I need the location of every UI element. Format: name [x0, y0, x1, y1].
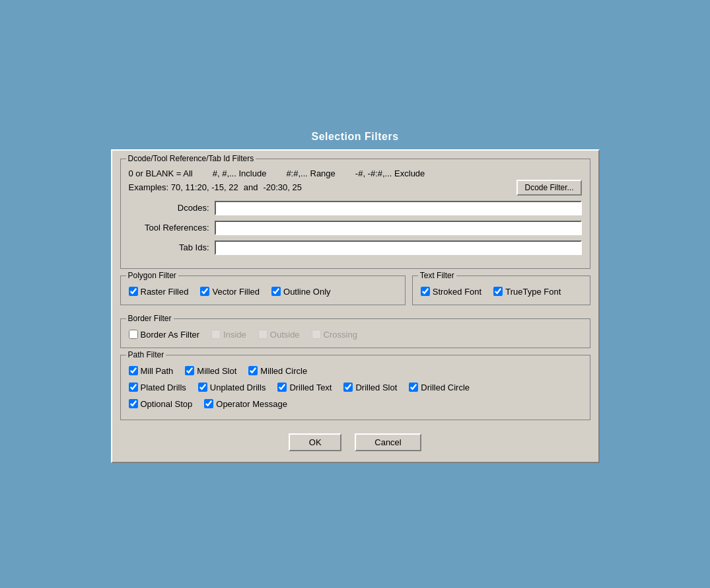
outside-label: Outside: [270, 330, 300, 340]
drilled-slot-checkbox[interactable]: [343, 383, 353, 392]
inside-checkbox: [211, 330, 221, 339]
cancel-button[interactable]: Cancel: [355, 433, 421, 451]
milled-circle-checkbox[interactable]: [248, 366, 258, 375]
tool-ref-row: Tool References:: [129, 221, 582, 235]
dialog: Selection Filters Dcode/Tool Reference/T…: [104, 119, 606, 470]
drilled-slot-item[interactable]: Drilled Slot: [343, 383, 397, 392]
unplated-drills-item[interactable]: Unplated Drills: [198, 383, 266, 392]
examples-and: and: [244, 182, 258, 192]
crossing-label: Crossing: [324, 330, 357, 340]
tool-ref-label: Tool References:: [129, 223, 215, 233]
outside-item: Outside: [258, 330, 300, 340]
outline-only-checkbox[interactable]: [271, 287, 281, 296]
unplated-drills-checkbox[interactable]: [198, 383, 207, 392]
vector-filled-checkbox[interactable]: [200, 287, 209, 296]
unplated-drills-label: Unplated Drills: [210, 383, 266, 392]
tab-ids-input[interactable]: [215, 240, 582, 255]
drilled-text-item[interactable]: Drilled Text: [277, 383, 332, 392]
optional-stop-item[interactable]: Optional Stop: [129, 399, 193, 409]
polygon-filter-group: Polygon Filter Raster Filled Vector Fill…: [120, 276, 406, 305]
optional-stop-label: Optional Stop: [141, 399, 193, 409]
dcode-filter-button[interactable]: Dcode Filter...: [516, 180, 581, 196]
examples-rest: -20:30, 25: [263, 182, 302, 192]
stroked-font-label: Stroked Font: [433, 287, 481, 297]
path-filter-group: Path Filter Mill Path Milled Slot Milled…: [120, 355, 590, 420]
polygon-filter-title: Polygon Filter: [126, 271, 178, 280]
path-row3: Optional Stop Operator Message: [129, 395, 582, 409]
border-checkboxes: Border As Filter Inside Outside Crossing: [129, 326, 582, 340]
range-label: #:#,... Range: [286, 168, 335, 178]
dcode-group: Dcode/Tool Reference/Tab Id Filters 0 or…: [120, 159, 590, 269]
raster-filled-checkbox[interactable]: [129, 287, 138, 296]
border-as-filter-label: Border As Filter: [141, 330, 200, 340]
stroked-font-checkbox[interactable]: [421, 287, 430, 296]
plated-drills-label: Plated Drills: [141, 383, 186, 392]
inside-label: Inside: [223, 330, 246, 340]
border-filter-group: Border Filter Border As Filter Inside Ou…: [120, 318, 590, 348]
drilled-circle-label: Drilled Circle: [421, 383, 470, 392]
tab-ids-label: Tab Ids:: [129, 242, 215, 252]
outside-checkbox: [258, 330, 267, 339]
dcodes-row: Dcodes:: [129, 201, 582, 215]
drilled-circle-checkbox[interactable]: [409, 383, 418, 392]
milled-slot-label: Milled Slot: [197, 366, 236, 376]
milled-slot-item[interactable]: Milled Slot: [185, 366, 236, 376]
truetype-font-item[interactable]: TrueType Font: [493, 287, 561, 297]
drilled-text-label: Drilled Text: [289, 383, 332, 392]
path-filter-title: Path Filter: [126, 350, 166, 359]
dialog-title: Selection Filters: [111, 126, 600, 149]
include-label: #, #,... Include: [213, 168, 267, 178]
outline-only-item[interactable]: Outline Only: [271, 287, 331, 297]
examples-text: Examples: 70, 11:20, -15, 22: [129, 182, 238, 192]
tab-ids-row: Tab Ids:: [129, 240, 582, 255]
border-as-filter-item[interactable]: Border As Filter: [129, 330, 200, 340]
border-as-filter-checkbox[interactable]: [129, 330, 138, 339]
text-filter-title: Text Filter: [418, 271, 456, 280]
text-filter-group: Text Filter Stroked Font TrueType Font: [412, 276, 590, 305]
polygon-checkboxes: Raster Filled Vector Filled Outline Only: [129, 283, 397, 297]
crossing-item: Crossing: [312, 330, 357, 340]
dcodes-label: Dcodes:: [129, 203, 215, 213]
operator-message-checkbox[interactable]: [204, 399, 213, 408]
blank-all-label: 0 or BLANK = All: [129, 168, 193, 178]
polygon-text-row: Polygon Filter Raster Filled Vector Fill…: [120, 276, 590, 312]
dialog-body: Dcode/Tool Reference/Tab Id Filters 0 or…: [111, 149, 600, 463]
operator-message-item[interactable]: Operator Message: [204, 399, 287, 409]
truetype-font-label: TrueType Font: [505, 287, 561, 297]
stroked-font-item[interactable]: Stroked Font: [421, 287, 481, 297]
crossing-checkbox: [312, 330, 321, 339]
milled-circle-label: Milled Circle: [260, 366, 307, 376]
plated-drills-checkbox[interactable]: [129, 383, 138, 392]
vector-filled-label: Vector Filled: [212, 287, 260, 297]
raster-filled-label: Raster Filled: [141, 287, 189, 297]
exclude-label: -#, -#:#,... Exclude: [355, 168, 425, 178]
drilled-circle-item[interactable]: Drilled Circle: [409, 383, 470, 392]
outline-only-label: Outline Only: [283, 287, 331, 297]
vector-filled-item[interactable]: Vector Filled: [200, 287, 260, 297]
optional-stop-checkbox[interactable]: [129, 399, 138, 408]
mill-path-label: Mill Path: [141, 366, 174, 376]
path-row1: Mill Path Milled Slot Milled Circle: [129, 362, 582, 376]
drilled-text-checkbox[interactable]: [277, 383, 287, 392]
dcode-group-title: Dcode/Tool Reference/Tab Id Filters: [126, 154, 256, 163]
drilled-slot-label: Drilled Slot: [355, 383, 397, 392]
truetype-font-checkbox[interactable]: [493, 287, 503, 296]
raster-filled-item[interactable]: Raster Filled: [129, 287, 189, 297]
border-filter-title: Border Filter: [126, 314, 174, 323]
ok-button[interactable]: OK: [289, 433, 341, 451]
button-row: OK Cancel: [120, 427, 590, 454]
text-filter-checkboxes: Stroked Font TrueType Font: [421, 283, 582, 297]
inside-item: Inside: [211, 330, 246, 340]
mill-path-checkbox[interactable]: [129, 366, 138, 375]
dcodes-input[interactable]: [215, 201, 582, 215]
tool-ref-input[interactable]: [215, 221, 582, 235]
milled-circle-item[interactable]: Milled Circle: [248, 366, 307, 376]
plated-drills-item[interactable]: Plated Drills: [129, 383, 186, 392]
path-row2: Plated Drills Unplated Drills Drilled Te…: [129, 379, 582, 392]
mill-path-item[interactable]: Mill Path: [129, 366, 174, 376]
operator-message-label: Operator Message: [216, 399, 287, 409]
milled-slot-checkbox[interactable]: [185, 366, 194, 375]
